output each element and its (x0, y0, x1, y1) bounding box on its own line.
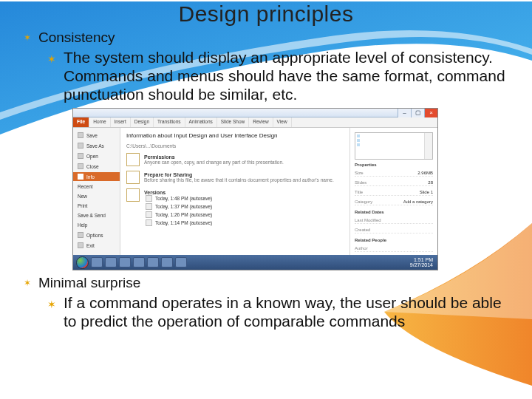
save-icon (78, 132, 83, 138)
properties-heading: Properties (355, 163, 433, 167)
taskbar-clock[interactable]: 1:51 PM 9/27/2014 (410, 257, 434, 267)
window-maximize-button[interactable]: ▢ (411, 109, 424, 117)
version-item[interactable]: Today, 1:26 PM (autosave) (146, 211, 212, 218)
tab-slideshow[interactable]: Slide Show (217, 117, 250, 127)
window-minimize-button[interactable]: – (398, 109, 411, 117)
bullet-consistency-label: Consistency (38, 30, 115, 46)
window-close-button[interactable]: × (424, 109, 437, 117)
prop-title-value: Slide 1 (420, 190, 433, 194)
version-item[interactable]: Today, 1:37 PM (autosave) (146, 203, 212, 210)
protect-presentation-button[interactable] (126, 153, 140, 166)
bullet-minimal-surprise-desc: ✶ If a command operates in a known way, … (47, 294, 511, 331)
info-heading: Information about Input Design and User … (126, 132, 344, 139)
backstage-main: Information about Input Design and User … (120, 128, 350, 256)
backstage-nav: Save Save As Open Close Info Recent New … (73, 128, 120, 256)
versions-title: Versions (144, 190, 212, 195)
embedded-screenshot: – ▢ × File Home Insert Design Transition… (72, 108, 438, 270)
taskbar-item[interactable] (133, 257, 145, 267)
permissions-title: Permissions (144, 154, 284, 160)
nav-recent[interactable]: Recent (73, 183, 120, 191)
taskbar-item[interactable] (161, 257, 173, 267)
bullet-consistency-text: The system should display an appropriate… (64, 49, 511, 103)
bullet-consistency: ✶ Consistency (24, 30, 511, 46)
prop-category-value[interactable]: Add a category (403, 200, 433, 204)
start-button[interactable] (76, 256, 89, 269)
version-item[interactable]: Today, 1:48 PM (autosave) (146, 195, 212, 202)
prop-created-label: Created (355, 228, 370, 232)
nav-new[interactable]: New (73, 192, 120, 200)
nav-print[interactable]: Print (73, 202, 120, 210)
windows-taskbar: 1:51 PM 9/27/2014 (73, 255, 437, 270)
related-people-heading: Related People (355, 238, 433, 242)
tab-file[interactable]: File (73, 117, 89, 127)
close-icon (78, 163, 83, 169)
nav-open[interactable]: Open (73, 151, 120, 160)
open-icon (78, 153, 83, 159)
prop-author-label: Author (355, 246, 368, 250)
nav-help[interactable]: Help (73, 221, 120, 229)
bullet-minimal-surprise: ✶ Minimal surprise (24, 275, 511, 291)
tab-insert[interactable]: Insert (111, 117, 131, 127)
version-item[interactable]: Today, 1:14 PM (autosave) (146, 219, 212, 226)
bullet-star-icon: ✶ (24, 278, 31, 288)
taskbar-item[interactable] (147, 257, 159, 267)
version-icon (146, 195, 152, 202)
prop-title-label: Title (355, 190, 363, 194)
bullet-consistency-desc: ✶ The system should display an appropria… (47, 49, 511, 103)
check-issues-button[interactable] (126, 171, 140, 184)
prop-size-label: Size (355, 171, 364, 175)
nav-info[interactable]: Info (73, 172, 120, 181)
backstage-properties: Properties Size2.96MB Slides28 TitleSlid… (350, 128, 437, 256)
prop-size-value: 2.96MB (417, 171, 433, 175)
taskbar-item[interactable] (105, 257, 117, 267)
bullet-minimal-surprise-label: Minimal surprise (38, 275, 140, 291)
slide-title: Design principles (21, 1, 511, 27)
info-icon (78, 174, 83, 180)
tab-home[interactable]: Home (89, 117, 110, 127)
version-icon (146, 203, 152, 210)
nav-options[interactable]: Options (73, 231, 120, 239)
prop-modified-label: Last Modified (355, 218, 381, 222)
nav-exit[interactable]: Exit (73, 241, 120, 250)
tab-review[interactable]: Review (249, 117, 273, 127)
prop-slides-value: 28 (428, 180, 433, 185)
manage-versions-button[interactable] (126, 188, 140, 202)
tab-transitions[interactable]: Transitions (154, 117, 185, 127)
slide-preview (355, 132, 433, 160)
bullet-star-icon: ✶ (24, 33, 31, 43)
nav-save-as[interactable]: Save As (73, 141, 120, 150)
tab-design[interactable]: Design (131, 117, 154, 127)
tab-view[interactable]: View (273, 117, 292, 127)
permissions-desc: Anyone can open, copy, and change any pa… (144, 160, 284, 165)
prepare-title: Prepare for Sharing (144, 172, 334, 177)
saveas-icon (78, 143, 83, 149)
related-dates-heading: Related Dates (355, 210, 433, 214)
version-icon (146, 211, 152, 218)
exit-icon (78, 242, 83, 248)
ribbon-tabs: File Home Insert Design Transitions Anim… (73, 117, 437, 128)
tab-animations[interactable]: Animations (185, 117, 217, 127)
nav-save[interactable]: Save (73, 131, 120, 140)
bullet-star-icon: ✶ (47, 299, 56, 311)
bullet-minimal-surprise-text: If a command operates in a known way, th… (64, 294, 511, 331)
options-icon (78, 232, 83, 238)
taskbar-item[interactable] (119, 257, 131, 267)
prop-category-label: Category (355, 200, 372, 204)
prepare-desc: Before sharing this file, be aware that … (144, 177, 334, 183)
bullet-star-icon: ✶ (47, 53, 56, 66)
taskbar-item[interactable] (91, 257, 103, 267)
taskbar-item[interactable] (175, 257, 187, 267)
nav-share[interactable]: Save & Send (73, 211, 120, 219)
prop-slides-label: Slides (355, 180, 366, 185)
window-titlebar: – ▢ × (73, 109, 437, 117)
nav-close[interactable]: Close (73, 162, 120, 171)
version-icon (146, 219, 152, 226)
info-path: C:\Users\...\Documents (126, 143, 344, 149)
